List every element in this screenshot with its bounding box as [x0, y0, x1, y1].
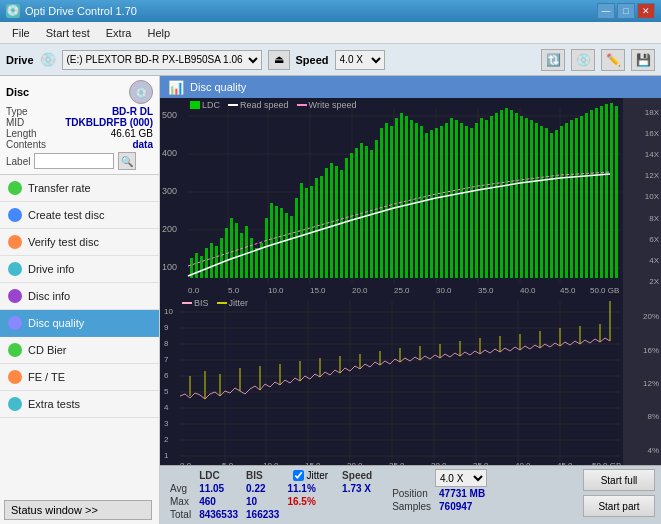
extra-tests-icon — [8, 397, 22, 411]
svg-text:200: 200 — [162, 224, 177, 234]
disc-quality-icon — [8, 316, 22, 330]
app-title: Opti Drive Control 1.70 — [25, 5, 137, 17]
sidebar-item-extra-tests[interactable]: Extra tests — [0, 391, 159, 418]
svg-rect-42 — [245, 226, 248, 278]
start-full-button[interactable]: Start full — [583, 469, 655, 491]
top-chart-svg: 500 400 300 200 100 0.0 5.0 10.0 15.0 — [160, 98, 661, 296]
status-window-button[interactable]: Status window >> — [4, 500, 152, 520]
svg-rect-46 — [265, 218, 268, 278]
svg-rect-39 — [230, 218, 233, 278]
speed-select[interactable]: 4.0 X — [335, 50, 385, 70]
fe-te-icon — [8, 370, 22, 384]
top-chart-legend: LDC Read speed Write speed — [190, 100, 356, 110]
svg-rect-107 — [570, 120, 573, 278]
samples-label: Samples — [388, 500, 435, 513]
svg-text:45.0: 45.0 — [560, 286, 576, 295]
jitter-checkbox-label[interactable]: Jitter — [293, 470, 328, 481]
menu-help[interactable]: Help — [139, 25, 178, 41]
svg-rect-73 — [400, 113, 403, 278]
sidebar-item-create-test-disc[interactable]: Create test disc — [0, 202, 159, 229]
svg-rect-76 — [415, 123, 418, 278]
mid-label: MID — [6, 117, 24, 128]
svg-rect-104 — [555, 130, 558, 278]
svg-text:50.0 GB: 50.0 GB — [590, 286, 619, 295]
sidebar-item-fe-te[interactable]: FE / TE — [0, 364, 159, 391]
svg-rect-106 — [565, 123, 568, 278]
contents-label: Contents — [6, 139, 46, 150]
maximize-button[interactable]: □ — [617, 3, 635, 19]
svg-rect-87 — [470, 128, 473, 278]
svg-rect-115 — [610, 103, 613, 278]
svg-text:3: 3 — [164, 419, 169, 428]
svg-rect-102 — [545, 128, 548, 278]
svg-rect-98 — [525, 118, 528, 278]
menu-start-test[interactable]: Start test — [38, 25, 98, 41]
sidebar-item-cd-bier[interactable]: CD Bier — [0, 337, 159, 364]
disc-button[interactable]: 💿 — [571, 49, 595, 71]
length-label: Length — [6, 128, 37, 139]
svg-text:30.0: 30.0 — [436, 286, 452, 295]
start-part-button[interactable]: Start part — [583, 495, 655, 517]
svg-text:15.0: 15.0 — [310, 286, 326, 295]
jitter-legend-color — [217, 302, 227, 304]
top-chart-right-axis: 18X 16X 14X 12X 10X 8X 6X 4X 2X — [623, 98, 661, 296]
sidebar-label-cd-bier: CD Bier — [28, 344, 67, 356]
sidebar-item-disc-quality[interactable]: Disc quality — [0, 310, 159, 337]
position-value: 47731 MB — [435, 487, 489, 500]
label-browse-button[interactable]: 🔍 — [118, 152, 136, 170]
sidebar-item-disc-info[interactable]: Disc info — [0, 283, 159, 310]
app-icon: 💿 — [6, 4, 20, 18]
content-header: 📊 Disc quality — [160, 76, 661, 98]
cd-bier-icon — [8, 343, 22, 357]
close-button[interactable]: ✕ — [637, 3, 655, 19]
label-input[interactable] — [34, 153, 114, 169]
disc-title: Disc — [6, 86, 29, 98]
sidebar-item-drive-info[interactable]: Drive info — [0, 256, 159, 283]
avg-ldc: 11.05 — [195, 482, 242, 495]
sidebar-item-transfer-rate[interactable]: Transfer rate — [0, 175, 159, 202]
svg-rect-81 — [440, 126, 443, 278]
svg-rect-101 — [540, 126, 543, 278]
menu-bar: File Start test Extra Help — [0, 22, 661, 44]
verify-test-disc-icon — [8, 235, 22, 249]
speed-info-label — [388, 469, 435, 487]
max-jitter: 16.5% — [283, 495, 338, 508]
max-ldc: 460 — [195, 495, 242, 508]
action-buttons: Start full Start part — [583, 469, 655, 517]
charts-container: 500 400 300 200 100 0.0 5.0 10.0 15.0 — [160, 98, 661, 465]
speed-label: Speed — [296, 54, 329, 66]
svg-rect-103 — [550, 133, 553, 278]
jitter-legend-label: Jitter — [229, 298, 249, 308]
svg-rect-80 — [435, 128, 438, 278]
minimize-button[interactable]: — — [597, 3, 615, 19]
svg-rect-50 — [285, 213, 288, 278]
svg-rect-44 — [255, 248, 258, 278]
svg-rect-37 — [220, 238, 223, 278]
svg-rect-92 — [495, 113, 498, 278]
svg-text:20.0: 20.0 — [352, 286, 368, 295]
edit-button[interactable]: ✏️ — [601, 49, 625, 71]
menu-file[interactable]: File — [4, 25, 38, 41]
menu-extra[interactable]: Extra — [98, 25, 140, 41]
sidebar-item-verify-test-disc[interactable]: Verify test disc — [0, 229, 159, 256]
svg-rect-97 — [520, 116, 523, 278]
eject-button[interactable]: ⏏ — [268, 50, 290, 70]
svg-rect-85 — [460, 123, 463, 278]
position-label: Position — [388, 487, 435, 500]
svg-rect-64 — [355, 148, 358, 278]
svg-rect-35 — [210, 243, 213, 278]
svg-text:0.0: 0.0 — [188, 286, 200, 295]
jitter-checkbox[interactable] — [293, 470, 304, 481]
save-button[interactable]: 💾 — [631, 49, 655, 71]
refresh-button[interactable]: 🔃 — [541, 49, 565, 71]
sidebar-label-create-test-disc: Create test disc — [28, 209, 104, 221]
read-speed-legend-color — [228, 104, 238, 106]
svg-rect-89 — [480, 118, 483, 278]
bottom-chart-right-axis: 20% 16% 12% 8% 4% — [623, 296, 661, 465]
speed-dropdown[interactable]: 4.0 X — [435, 469, 487, 487]
svg-rect-94 — [505, 108, 508, 278]
write-speed-legend-label: Write speed — [309, 100, 357, 110]
drive-select[interactable]: (E:) PLEXTOR BD-R PX-LB950SA 1.06 — [62, 50, 262, 70]
svg-rect-99 — [530, 120, 533, 278]
bis-legend-color — [182, 302, 192, 304]
